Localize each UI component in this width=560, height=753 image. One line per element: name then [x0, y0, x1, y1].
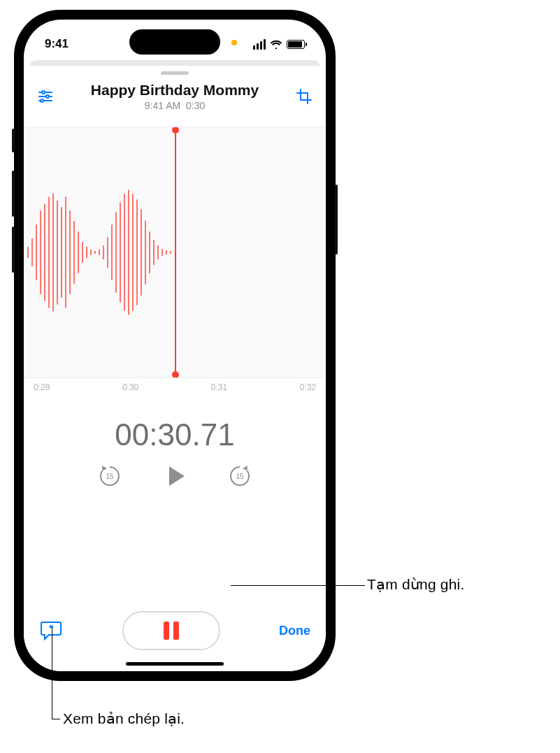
recording-subtitle: 9:41 AM 0:30: [55, 100, 295, 111]
phone-side-button: [12, 171, 15, 217]
svg-text:15: 15: [106, 473, 114, 480]
done-button[interactable]: Done: [279, 624, 310, 638]
elapsed-time: 00:30.71: [24, 417, 326, 452]
recording-time: 9:41 AM: [145, 100, 180, 111]
play-button[interactable]: [161, 462, 189, 493]
phone-screen: 9:41 Happ: [24, 20, 326, 671]
ruler-tick: 0:30: [122, 382, 138, 392]
callout-transcript: Xem bản chép lại.: [63, 710, 185, 727]
skip-forward-15-button[interactable]: 15: [228, 464, 252, 491]
callout-leader: [52, 719, 60, 719]
skip-back-15-button[interactable]: 15: [98, 464, 122, 491]
ruler-tick: 0:31: [211, 382, 227, 392]
waveform-timeline[interactable]: [24, 127, 326, 378]
ruler-tick: 0:32: [300, 382, 316, 392]
transcript-button[interactable]: ❝: [39, 619, 63, 643]
dynamic-island: [129, 29, 220, 55]
phone-side-button: [335, 185, 338, 254]
callout-pause: Tạm dừng ghi.: [367, 576, 465, 593]
battery-icon: [287, 40, 305, 49]
pause-icon: [164, 622, 179, 640]
playhead[interactable]: [175, 130, 176, 375]
svg-point-5: [41, 99, 43, 102]
phone-side-button: [12, 227, 15, 273]
callout-leader: [52, 628, 52, 719]
wifi-icon: [270, 38, 282, 50]
callout-leader: [231, 585, 365, 586]
trim-button[interactable]: [295, 87, 313, 106]
ruler-tick: 0:29: [34, 382, 50, 392]
home-indicator[interactable]: [126, 662, 224, 666]
pause-record-button[interactable]: [122, 611, 220, 650]
status-indicators: [253, 38, 305, 50]
cellular-icon: [253, 39, 266, 50]
status-time: 9:41: [45, 37, 69, 51]
svg-point-1: [42, 91, 45, 94]
phone-frame: 9:41 Happ: [14, 10, 336, 681]
recording-duration: 0:30: [186, 100, 205, 111]
recording-title[interactable]: Happy Birthday Mommy: [55, 82, 295, 99]
time-ruler: 0:29 0:30 0:31 0:32: [24, 378, 326, 392]
phone-side-button: [12, 129, 15, 152]
svg-text:15: 15: [236, 473, 244, 480]
options-button[interactable]: [36, 87, 55, 106]
recorder-sheet: Happy Birthday Mommy 9:41 AM 0:30: [24, 66, 326, 671]
svg-point-3: [46, 95, 49, 98]
